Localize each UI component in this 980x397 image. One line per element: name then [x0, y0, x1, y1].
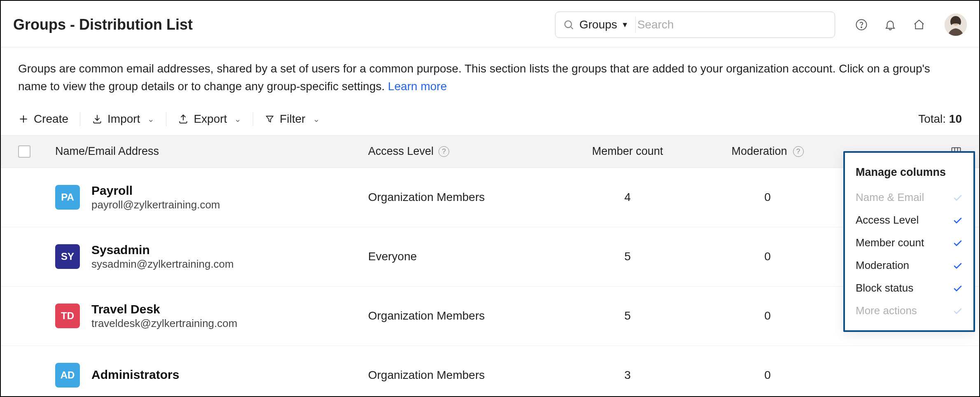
- search-input[interactable]: [637, 18, 827, 31]
- chevron-down-icon: ⌄: [147, 114, 154, 124]
- check-icon: [953, 215, 963, 225]
- member-count-value: 5: [558, 250, 698, 263]
- chevron-down-icon: ⌄: [234, 114, 241, 124]
- col-moderation[interactable]: Moderation ?: [698, 145, 838, 158]
- column-toggle-label: More actions: [856, 304, 917, 317]
- chevron-down-icon: ⌄: [313, 114, 320, 124]
- export-button[interactable]: Export ⌄: [178, 112, 241, 126]
- group-name[interactable]: Administrators: [91, 368, 179, 382]
- topbar-actions: [854, 14, 967, 36]
- moderation-value: 0: [698, 191, 838, 204]
- create-button[interactable]: Create: [18, 112, 68, 126]
- intro-text: Groups are common email addresses, share…: [1, 47, 979, 96]
- group-name[interactable]: Travel Desk: [91, 302, 237, 316]
- help-icon[interactable]: [854, 17, 869, 32]
- topbar: Groups - Distribution List Groups ▼: [1, 1, 979, 47]
- column-toggle-label: Name & Email: [856, 191, 924, 204]
- column-toggle-label: Block status: [856, 282, 913, 294]
- table-row[interactable]: AD Administrators Organization Members 3…: [1, 346, 979, 397]
- home-icon[interactable]: [912, 17, 926, 32]
- page-title: Groups - Distribution List: [13, 16, 193, 33]
- search-box[interactable]: Groups ▼: [555, 12, 835, 38]
- access-level-value: Organization Members: [368, 309, 558, 322]
- check-icon: [953, 261, 963, 271]
- learn-more-link[interactable]: Learn more: [388, 80, 447, 93]
- access-level-value: Everyone: [368, 250, 558, 263]
- group-avatar: SY: [55, 244, 80, 269]
- manage-columns-popover[interactable]: Manage columns Name & Email Access Level…: [843, 151, 975, 332]
- table-row[interactable]: TD Travel Desk traveldesk@zylkertraining…: [1, 287, 979, 346]
- access-level-value: Organization Members: [368, 191, 558, 204]
- moderation-value: 0: [698, 309, 838, 322]
- caret-down-icon: ▼: [621, 21, 629, 29]
- member-count-value: 3: [558, 369, 698, 382]
- bell-icon[interactable]: [883, 17, 898, 32]
- col-access[interactable]: Access Level ?: [368, 145, 558, 158]
- plus-icon: [18, 114, 29, 124]
- access-level-value: Organization Members: [368, 369, 558, 382]
- filter-icon: [265, 114, 275, 124]
- group-avatar: TD: [55, 304, 80, 328]
- avatar[interactable]: [945, 14, 967, 36]
- group-email: sysadmin@zylkertraining.com: [91, 258, 234, 271]
- search-icon: [563, 19, 574, 30]
- column-toggle-label: Access Level: [856, 214, 919, 227]
- group-avatar: AD: [55, 363, 80, 388]
- svg-point-3: [861, 27, 862, 28]
- check-icon: [953, 238, 963, 248]
- check-icon: [953, 306, 963, 316]
- toolbar: Create Import ⌄ Export ⌄ Filter ⌄ Total:…: [1, 96, 979, 135]
- column-toggle-item[interactable]: Block status: [845, 277, 973, 299]
- column-toggle-item[interactable]: Name & Email: [845, 186, 973, 209]
- member-count-value: 4: [558, 191, 698, 204]
- total-count: Total: 10: [918, 112, 962, 126]
- help-icon[interactable]: ?: [793, 146, 804, 157]
- group-email: payroll@zylkertraining.com: [91, 198, 220, 211]
- table-header: Name/Email Address Access Level ? Member…: [1, 135, 979, 168]
- help-icon[interactable]: ?: [439, 146, 449, 157]
- moderation-value: 0: [698, 369, 838, 382]
- import-button[interactable]: Import ⌄: [92, 112, 154, 126]
- moderation-value: 0: [698, 250, 838, 263]
- group-name[interactable]: Sysadmin: [91, 243, 234, 257]
- col-name[interactable]: Name/Email Address: [55, 145, 368, 158]
- column-toggle-item[interactable]: More actions: [845, 299, 973, 322]
- member-count-value: 5: [558, 309, 698, 322]
- group-name[interactable]: Payroll: [91, 184, 220, 198]
- search-scope-dropdown[interactable]: Groups ▼: [579, 18, 629, 31]
- svg-line-1: [571, 27, 573, 29]
- app-window: Groups - Distribution List Groups ▼: [0, 0, 980, 397]
- column-toggle-label: Member count: [856, 236, 924, 249]
- table-body: PA Payroll payroll@zylkertraining.com Or…: [1, 168, 979, 397]
- column-toggle-label: Moderation: [856, 259, 909, 272]
- column-toggle-item[interactable]: Member count: [845, 231, 973, 254]
- export-icon: [178, 114, 189, 124]
- check-icon: [953, 283, 963, 293]
- col-member[interactable]: Member count: [558, 145, 698, 158]
- column-toggle-item[interactable]: Moderation: [845, 254, 973, 277]
- search-scope-label: Groups: [579, 18, 617, 31]
- table-row[interactable]: PA Payroll payroll@zylkertraining.com Or…: [1, 168, 979, 227]
- group-avatar: PA: [55, 185, 80, 210]
- import-icon: [92, 114, 103, 124]
- svg-point-0: [565, 21, 572, 28]
- manage-columns-title: Manage columns: [845, 159, 973, 186]
- check-icon: [953, 193, 963, 203]
- column-toggle-item[interactable]: Access Level: [845, 209, 973, 231]
- filter-button[interactable]: Filter ⌄: [265, 112, 320, 126]
- group-email: traveldesk@zylkertraining.com: [91, 317, 237, 330]
- select-all-checkbox[interactable]: [18, 145, 30, 158]
- table-row[interactable]: SY Sysadmin sysadmin@zylkertraining.com …: [1, 227, 979, 287]
